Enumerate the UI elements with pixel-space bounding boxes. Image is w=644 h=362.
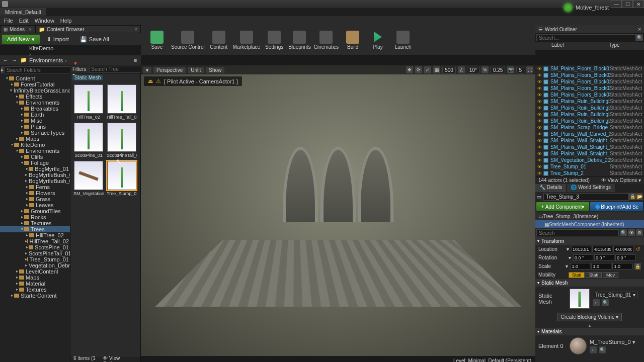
folder-bogmyrtle-01[interactable]: ▸BogMyrtle_01 (0, 166, 70, 172)
expand-arrow-icon[interactable]: ▲ (535, 323, 644, 328)
visibility-eye-icon[interactable]: 👁 (536, 73, 542, 78)
folder-trees[interactable]: ▾Trees (0, 226, 70, 232)
camera-speed-value[interactable]: 5 (516, 67, 524, 73)
visibility-eye-icon[interactable]: 👁 (536, 132, 542, 137)
folder-content[interactable]: ▾Content (0, 75, 70, 81)
folder-groundtiles[interactable]: ▸GroundTiles (0, 208, 70, 214)
folder-cliffs[interactable]: ▸Cliffs (0, 154, 70, 160)
asset-scotspine_01[interactable]: ScotsPine_01 (73, 123, 104, 158)
view-options-dropdown[interactable]: 👁 View Options ▾ (103, 355, 137, 362)
actor-name-input[interactable] (543, 193, 629, 201)
toolbar-save[interactable]: Save (146, 31, 168, 50)
menu-file[interactable]: File (4, 18, 13, 24)
outliner-col-label[interactable]: Label (550, 42, 609, 50)
breadcrumb-environments[interactable]: Environments (29, 57, 63, 63)
actor-tree-stump-01[interactable]: 👁Tree_Stump_01StaticMeshAct (535, 163, 644, 170)
visibility-eye-icon[interactable]: 👁 (536, 158, 542, 163)
actor-sm-plains-ruin-buildingl[interactable]: 👁SM_Plains_Ruin_BuildingLStaticMeshAct (535, 105, 644, 111)
save-all-button[interactable]: 💾 Save All (76, 35, 113, 44)
actor-sm-plains-ruin-buildingl[interactable]: 👁SM_Plains_Ruin_BuildingLStaticMeshAct (535, 118, 644, 124)
nav-folder-icon[interactable]: 📁 (20, 57, 27, 63)
folder-grass[interactable]: ▸Grass (0, 196, 70, 202)
viewport[interactable] (141, 65, 535, 356)
details-search-input[interactable] (536, 229, 619, 236)
asset-hilltree_tall_02[interactable]: HillTree_Tall_02 (107, 84, 137, 120)
folder-vegetation-debris-002[interactable]: ▸Vegetation_Debris_002 (0, 262, 70, 268)
filter-chip-static-mesh[interactable]: Static Mesh (72, 75, 103, 80)
mobility-static[interactable]: Stati (569, 272, 585, 278)
visibility-eye-icon[interactable]: 👁 (536, 145, 542, 150)
menu-help[interactable]: Help (60, 18, 72, 24)
visibility-eye-icon[interactable]: 👁 (536, 138, 542, 143)
actor-sm-plains-floors-block01[interactable]: 👁SM_Plains_Floors_Block01StaticMeshAct (535, 65, 644, 72)
folder-material[interactable]: ▸Material (0, 281, 70, 287)
viewport-show[interactable]: Show (206, 67, 224, 73)
toolbar-marketplace[interactable]: Marketplace (233, 31, 260, 50)
folder-effects[interactable]: ▸Effects (0, 94, 70, 100)
viewport-perspective[interactable]: Perspective (153, 67, 186, 73)
import-button[interactable]: ⬇ Import (43, 35, 73, 44)
content-browser-panel-tab[interactable]: 📁 Content Browser× (35, 25, 141, 33)
gizmo-scale-icon[interactable]: ⤢ (424, 66, 431, 73)
folder-kitedemo[interactable]: ▾KiteDemo (0, 142, 70, 148)
static-mesh-thumb[interactable] (570, 289, 590, 309)
rotation-x[interactable] (573, 254, 593, 261)
menu-edit[interactable]: Edit (19, 18, 29, 24)
material-thumb[interactable] (570, 337, 587, 354)
folder-scotspine-01[interactable]: ▸ScotsPine_01 (0, 244, 70, 250)
folder-environments[interactable]: ▾Environments (0, 148, 70, 154)
folder-scotspinetall-01[interactable]: ▸ScotsPineTall_01 (0, 250, 70, 256)
visibility-eye-icon[interactable]: 👁 (536, 125, 542, 130)
world-settings-tab[interactable]: 🌐 World Settings (567, 184, 615, 192)
actor-sm-plains-wall-straight-0[interactable]: 👁SM_Plains_Wall_Straight_0StaticMeshAct (535, 150, 644, 157)
window-minimize[interactable]: — (611, 0, 622, 8)
window-close[interactable]: ✕ (633, 0, 644, 8)
browse-asset-icon[interactable]: 🔍 (599, 346, 606, 353)
visibility-eye-icon[interactable]: 👁 (536, 112, 542, 117)
actor-sm-plains-wall-curved-01[interactable]: 👁SM_Plains_Wall_Curved_01StaticMeshAct (535, 131, 644, 137)
level-tab[interactable]: Minimal_Default (0, 9, 46, 16)
visibility-eye-icon[interactable]: 👁 (536, 86, 542, 91)
location-x[interactable] (571, 246, 591, 252)
static-mesh-dropdown[interactable]: Tree_Stump_01 ▾ (593, 292, 638, 298)
component-root[interactable]: ▭ Tree_Stump_3(Instance) (535, 212, 644, 220)
folder-maps[interactable]: ▸Maps (0, 275, 70, 281)
section-transform[interactable]: ▾Transform (535, 237, 644, 245)
actor-browse-icon[interactable]: 📂 (636, 193, 643, 200)
snap-rotation-icon[interactable]: ∠ (458, 66, 465, 73)
scale-lock-icon[interactable]: 🔒 (634, 263, 641, 270)
details-eye-icon[interactable]: 👁 (628, 229, 635, 236)
actor-lock-icon[interactable]: 🔒 (629, 193, 636, 200)
visibility-eye-icon[interactable]: 👁 (536, 171, 542, 176)
folder-textures[interactable]: ▸Textures (0, 287, 70, 293)
blueprint-button[interactable]: 🔷 Blueprint/Add Sc (590, 202, 643, 211)
toolbar-blueprints[interactable]: Blueprints (288, 31, 310, 50)
use-selected-icon[interactable]: ← (593, 299, 600, 306)
modes-panel-tab[interactable]: ⊞ Modes× (0, 25, 35, 33)
folder-tree-stump-01[interactable]: ▸Tree_Stump_01 (0, 256, 70, 262)
actor-sm-plains-wall-straight-0[interactable]: 👁SM_Plains_Wall_Straight_0StaticMeshAct (535, 144, 644, 150)
toolbar-launch[interactable]: Launch (392, 31, 414, 50)
scale-y[interactable] (591, 263, 611, 269)
folder-startercontent[interactable]: ▸StarterContent (0, 293, 70, 299)
toolbar-source-control[interactable]: Source Control (171, 31, 205, 50)
window-maximize[interactable]: ☐ (622, 0, 633, 8)
details-settings-icon[interactable]: ⚙ (636, 229, 643, 236)
folder-surfacetypes[interactable]: ▸SurfaceTypes (0, 130, 70, 136)
asset-hilltree_02[interactable]: HillTree_02 (73, 84, 104, 120)
actor-tree-stump-2[interactable]: 👁Tree_Stump_2StaticMeshAct (535, 170, 644, 176)
component-staticmesh[interactable]: ▦ StaticMeshComponent (Inherited) (535, 220, 644, 228)
toolbar-build[interactable]: Build (342, 31, 364, 50)
viewport-maximize-icon[interactable]: ⛶ (526, 66, 533, 73)
asset-sm_vegetation_debris_002[interactable]: SM_Vegetation_Debris_002 (73, 161, 104, 196)
actor-sm-plains-floors-block02[interactable]: 👁SM_Plains_Floors_Block02StaticMeshAct (535, 72, 644, 78)
mobility-movable[interactable]: Mov (603, 272, 618, 278)
mobility-stationary[interactable]: Stati (586, 272, 602, 278)
folder-ferns[interactable]: ▸Ferns (0, 184, 70, 190)
folder-rocks[interactable]: ▸Rocks (0, 214, 70, 220)
folder-breakables[interactable]: ▸Breakables (0, 106, 70, 112)
breadcrumb-kitedemo[interactable]: KiteDemo (29, 45, 63, 51)
visibility-eye-icon[interactable]: 👁 (536, 93, 542, 98)
folder-plains[interactable]: ▸Plains (0, 124, 70, 130)
folder-leaves[interactable]: ▸Leaves (0, 202, 70, 208)
